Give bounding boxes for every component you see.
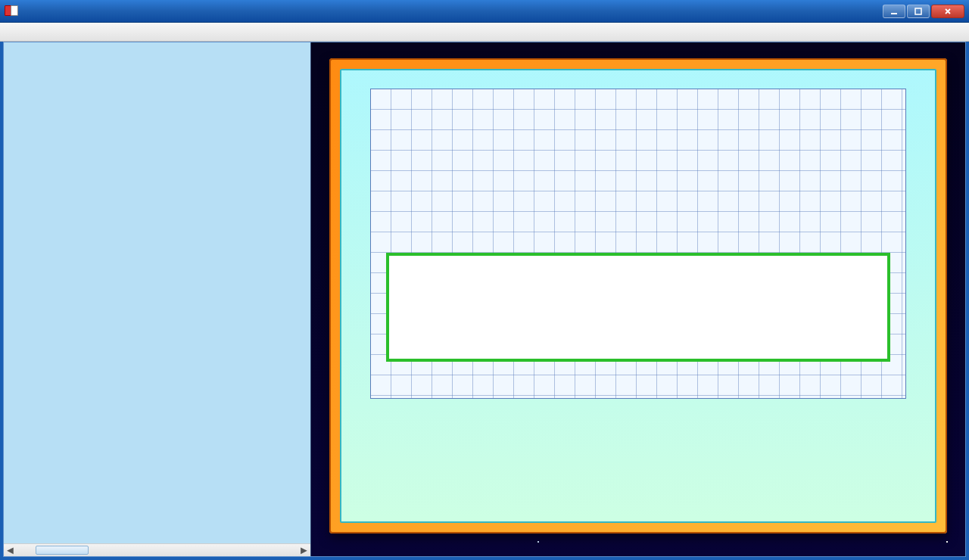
svg-rect-0 xyxy=(891,13,897,14)
scroll-track[interactable] xyxy=(17,544,298,556)
minimize-icon xyxy=(890,7,899,16)
app-icon xyxy=(5,5,17,17)
content-pane: ◄ ► xyxy=(3,42,966,557)
close-button[interactable] xyxy=(931,5,964,18)
close-icon xyxy=(943,7,952,16)
maximize-button[interactable] xyxy=(907,5,930,18)
lesson-board xyxy=(340,69,936,523)
scroll-thumb[interactable] xyxy=(36,546,89,555)
scroll-left-button[interactable]: ◄ xyxy=(4,544,17,557)
lesson-board-frame xyxy=(329,58,947,534)
topic-tree-sidebar: ◄ ► xyxy=(4,42,311,556)
menu-bar xyxy=(0,23,969,42)
topic-tree xyxy=(4,42,310,48)
title-bar xyxy=(0,0,969,23)
scroll-right-button[interactable]: ► xyxy=(298,544,310,557)
minimize-button[interactable] xyxy=(883,5,905,18)
math-grid-panel xyxy=(370,89,906,399)
lesson-viewer xyxy=(311,42,965,556)
multiplication-facts-box xyxy=(386,253,890,362)
svg-rect-1 xyxy=(915,8,921,14)
maximize-icon xyxy=(914,7,923,16)
sidebar-horizontal-scrollbar[interactable]: ◄ ► xyxy=(4,543,310,556)
window-controls xyxy=(883,5,964,18)
